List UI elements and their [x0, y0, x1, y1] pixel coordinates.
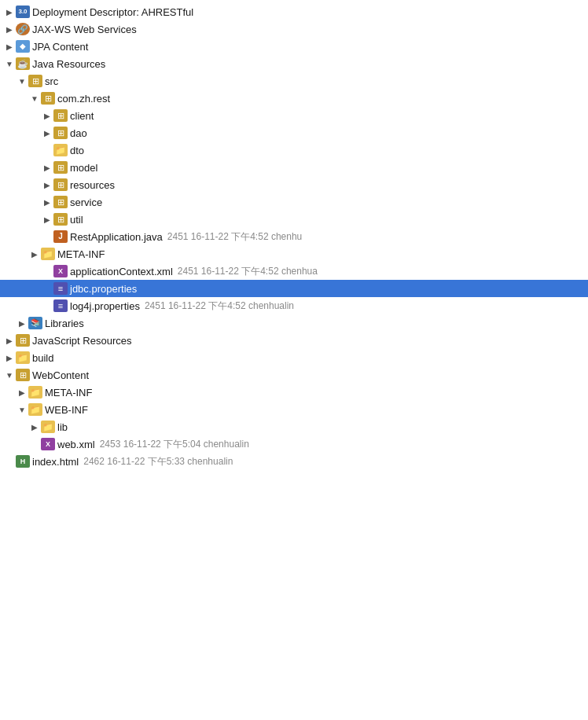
item-label: resources: [70, 179, 115, 191]
tree-item-dao[interactable]: ⊞ dao: [0, 124, 588, 141]
xml-icon: X: [53, 265, 68, 277]
arrow-collapsed-icon: [41, 181, 53, 189]
tree-item-javaresources[interactable]: ☕ Java Resources: [0, 55, 588, 72]
arrow-collapsed-icon: [3, 25, 16, 34]
properties-icon: ≡: [53, 299, 68, 312]
folder-icon: 📁: [41, 421, 55, 433]
tree-item-service[interactable]: ⊞ service: [0, 193, 588, 211]
item-label: model: [70, 162, 97, 174]
item-meta: 2451 16-11-22 下午4:52 chenhu: [167, 230, 302, 244]
tree-item-log4jproperties[interactable]: ≡ log4j.properties 2451 16-11-22 下午4:52 …: [0, 297, 588, 314]
file-tree: 3.0 Deployment Descriptor: AHRESTful 🔗 J…: [0, 0, 588, 473]
tree-item-model[interactable]: ⊞ model: [0, 159, 588, 176]
item-label: dto: [70, 145, 84, 156]
jsresources-icon: ⊞: [16, 334, 30, 347]
package-icon: ⊞: [41, 92, 55, 105]
folder-icon: 📁: [53, 144, 68, 156]
tree-item-jpa[interactable]: ◆ JPA Content: [0, 38, 588, 55]
item-label: JPA Content: [32, 41, 88, 53]
tree-item-webinf[interactable]: 📁 WEB-INF: [0, 401, 588, 418]
arrow-collapsed-icon: [3, 354, 16, 362]
item-label: Deployment Descriptor: AHRESTful: [32, 6, 193, 18]
package-icon: ⊞: [53, 196, 68, 208]
arrow-collapsed-icon: [3, 336, 16, 345]
item-label: src: [45, 75, 58, 87]
tree-item-applicationcontext[interactable]: X applicationContext.xml 2451 16-11-22 下…: [0, 263, 588, 280]
tree-item-jaxws[interactable]: 🔗 JAX-WS Web Services: [0, 20, 588, 38]
item-label: util: [70, 214, 83, 226]
tree-item-metainf[interactable]: 📁 META-INF: [0, 245, 588, 263]
arrow-collapsed-icon: [3, 42, 16, 51]
item-label: META-INF: [57, 248, 105, 260]
item-label: Libraries: [45, 318, 84, 329]
tree-item-comzhrest[interactable]: ⊞ com.zh.rest: [0, 90, 588, 107]
package-icon: ⊞: [53, 178, 68, 191]
arrow-expanded-icon: [3, 371, 16, 380]
item-label: build: [32, 352, 53, 364]
java-icon: J: [53, 230, 68, 243]
arrow-collapsed-icon: [41, 198, 53, 207]
item-meta: 2462 16-11-22 下午5:33 chenhualin: [83, 455, 233, 468]
arrow-collapsed-icon: [41, 112, 53, 120]
tree-item-libraries[interactable]: 📚 Libraries: [0, 314, 588, 332]
item-meta: 2453 16-11-22 下午5:04 chenhualin: [100, 438, 249, 451]
item-label: web.xml: [57, 439, 95, 450]
folder-icon: 📁: [28, 403, 42, 416]
package-icon: ⊞: [53, 127, 68, 139]
tree-item-src[interactable]: ⊞ src: [0, 72, 588, 90]
arrow-expanded-icon: [3, 60, 16, 68]
tree-item-deployment[interactable]: 3.0 Deployment Descriptor: AHRESTful: [0, 3, 588, 20]
tree-item-indexhtml[interactable]: H index.html 2462 16-11-22 下午5:33 chenhu…: [0, 453, 588, 470]
item-meta: 2451 16-11-22 下午4:52 chenhualin: [145, 299, 294, 313]
tree-item-dto[interactable]: 📁 dto: [0, 141, 588, 159]
item-label: WebContent: [32, 369, 89, 381]
item-label: applicationContext.xml: [70, 266, 173, 277]
properties-icon: ≡: [53, 282, 68, 295]
tree-item-util[interactable]: ⊞ util: [0, 211, 588, 228]
item-label: META-INF: [45, 387, 92, 399]
tree-item-restapplication[interactable]: J RestApplication.java 2451 16-11-22 下午4…: [0, 228, 588, 245]
tree-item-webcontent-metainf[interactable]: 📁 META-INF: [0, 384, 588, 401]
tree-item-jsresources[interactable]: ⊞ JavaScript Resources: [0, 332, 588, 349]
item-label: WEB-INF: [45, 404, 88, 416]
item-label: com.zh.rest: [57, 93, 110, 105]
item-label: RestApplication.java: [70, 231, 163, 243]
item-meta: 2451 16-11-22 下午4:52 chenhua: [178, 265, 318, 278]
item-label: client: [70, 110, 94, 122]
javaresources-icon: ☕: [16, 57, 30, 70]
tree-item-resources[interactable]: ⊞ resources: [0, 176, 588, 193]
tree-item-build[interactable]: 📁 build: [0, 349, 588, 366]
item-label: service: [70, 197, 102, 208]
webcontent-icon: ⊞: [16, 369, 30, 381]
package-icon: ⊞: [53, 109, 68, 122]
tree-item-jdbcproperties[interactable]: ≡ jdbc.properties: [0, 280, 588, 297]
html-icon: H: [16, 455, 30, 468]
item-label: Java Resources: [32, 58, 105, 70]
build-icon: 📁: [16, 351, 30, 364]
package-icon: ⊞: [53, 213, 68, 226]
arrow-collapsed-icon: [28, 423, 41, 432]
item-label: lib: [57, 421, 68, 433]
arrow-collapsed-icon: [28, 250, 41, 259]
tree-item-webxml[interactable]: X web.xml 2453 16-11-22 下午5:04 chenhuali…: [0, 435, 588, 453]
arrow-collapsed-icon: [16, 319, 28, 328]
xml-icon: X: [41, 438, 55, 450]
jpa-icon: ◆: [16, 40, 30, 53]
item-label: index.html: [32, 456, 79, 468]
item-label: JavaScript Resources: [32, 335, 131, 347]
arrow-collapsed-icon: [41, 215, 53, 224]
item-label: JAX-WS Web Services: [32, 24, 137, 35]
deployment-icon: 3.0: [16, 6, 30, 18]
tree-item-webcontent[interactable]: ⊞ WebContent: [0, 366, 588, 384]
tree-item-lib[interactable]: 📁 lib: [0, 418, 588, 435]
package-icon: ⊞: [53, 161, 68, 174]
arrow-expanded-icon: [28, 94, 41, 103]
arrow-expanded-icon: [16, 77, 28, 86]
jaxws-icon: 🔗: [16, 23, 30, 35]
folder-icon: 📁: [28, 386, 42, 399]
libraries-icon: 📚: [28, 317, 42, 329]
arrow-expanded-icon: [16, 406, 28, 414]
folder-icon: 📁: [41, 248, 55, 260]
src-icon: ⊞: [28, 75, 42, 87]
tree-item-client[interactable]: ⊞ client: [0, 107, 588, 124]
